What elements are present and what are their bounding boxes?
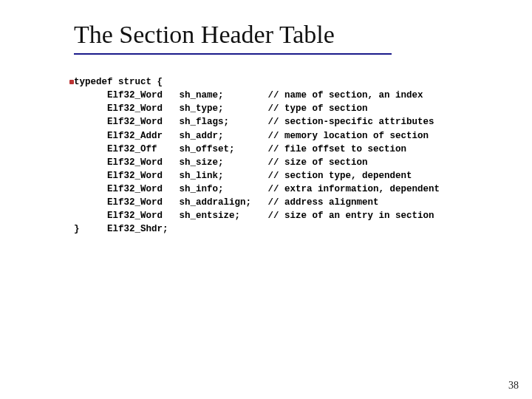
slide-title: The Section Header Table	[74, 21, 502, 49]
code-lines: Elf32_Word sh_name; // name of section, …	[74, 90, 440, 221]
title-underline	[74, 53, 392, 55]
struct-close: } Elf32_Shdr;	[74, 224, 168, 234]
struct-open: typedef struct {	[74, 77, 163, 87]
code-block: typedef struct { Elf32_Word sh_name; // …	[74, 75, 502, 236]
page-number: 38	[508, 380, 519, 392]
bullet-marker	[69, 80, 74, 84]
slide: The Section Header Table typedef struct …	[0, 0, 532, 399]
